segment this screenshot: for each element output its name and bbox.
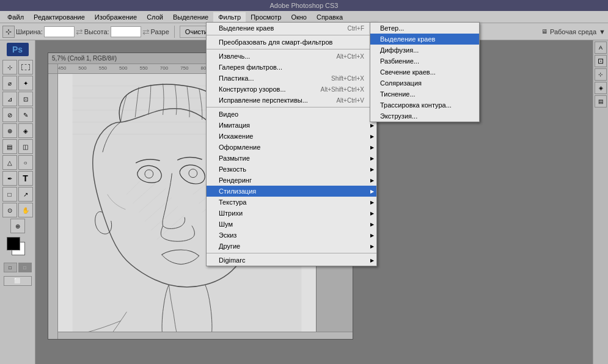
emboss-label: Тиснение... (380, 90, 416, 98)
stylize-extrude[interactable]: Экструзия... (370, 111, 479, 122)
screen-mode[interactable]: ⬜ (4, 276, 32, 286)
ruler-tick-container: 450 500 550 500 550 700 750 800 (58, 64, 221, 72)
tool-shape[interactable]: □ (2, 187, 17, 202)
tool-fill[interactable]: ◫ (18, 139, 33, 154)
foreground-color[interactable] (7, 237, 20, 250)
filter-item-distort[interactable]: Искажение ▶ (207, 131, 376, 142)
imitate-arrow: ▶ (370, 123, 374, 128)
filter-item-imitate[interactable]: Имитация ▶ (207, 120, 376, 131)
height-input[interactable] (111, 26, 141, 37)
filter-sep-2 (207, 49, 376, 49)
filter-item-sharpen[interactable]: Резкость ▶ (207, 164, 376, 175)
filter-item-gallery[interactable]: Галерея фильтров... (207, 62, 376, 73)
pattern-shortcut: Alt+Shift+Ctrl+X (309, 86, 364, 93)
sharpen-arrow: ▶ (370, 167, 374, 172)
sketch-label: Эскиз (219, 231, 236, 239)
tool-healing[interactable]: ⊘ (2, 107, 17, 122)
width-input[interactable] (44, 26, 75, 37)
tool-path-select[interactable]: ↗ (18, 187, 33, 202)
filter-item-smart[interactable]: Преобразовать для смарт-фильтров (207, 37, 376, 48)
right-tool-1[interactable]: A (595, 42, 607, 54)
filter-item-texture[interactable]: Текстура ▶ (207, 197, 376, 208)
menu-file[interactable]: Файл (2, 12, 29, 22)
canvas-scrollbar[interactable] (58, 332, 353, 339)
right-tool-4[interactable]: ◈ (595, 82, 607, 94)
filter-sep-1 (207, 35, 376, 35)
filter-item-stylize[interactable]: Стилизация ▶ (207, 186, 376, 197)
wind-label: Ветер... (380, 24, 404, 32)
menu-window[interactable]: Окно (286, 12, 312, 22)
menu-select[interactable]: Выделение (168, 12, 213, 22)
tool-brush[interactable]: ✎ (18, 107, 33, 122)
menu-edit[interactable]: Редактирование (29, 12, 90, 22)
tool-lasso[interactable]: ⌀ (2, 76, 17, 90)
tool-zoom[interactable]: ⊕ (10, 219, 25, 233)
sketch-arrow: ▶ (370, 233, 374, 238)
tool-pen[interactable]: ✒ (2, 171, 17, 186)
menu-view[interactable]: Просмотр (246, 12, 286, 22)
workspace-icon[interactable]: 🖥 (541, 28, 548, 35)
filter-item-sketch[interactable]: Эскиз ▶ (207, 230, 376, 241)
tool-eyedropper[interactable]: ⊙ (2, 203, 17, 217)
filter-item-digimarc[interactable]: Digimarc ▶ (207, 255, 376, 266)
render-arrow: ▶ (370, 178, 374, 183)
stylize-diffuse[interactable]: Диффузия... (370, 45, 479, 56)
filter-item-video[interactable]: Видео ▶ (207, 109, 376, 120)
stylize-emboss[interactable]: Тиснение... (370, 89, 479, 100)
filter-item-render[interactable]: Рендеринг ▶ (207, 175, 376, 186)
filter-item-persp[interactable]: Исправление перспективы... Alt+Ctrl+V (207, 95, 376, 106)
stylize-glow-edges[interactable]: Свечение краев... (370, 67, 479, 78)
find-edges-top-shortcut: Ctrl+F (335, 25, 365, 32)
stylize-tile[interactable]: Разбиение... (370, 56, 479, 67)
filter-item-strokes[interactable]: Штрихи ▶ (207, 208, 376, 219)
tool-clone[interactable]: ⊕ (2, 123, 17, 138)
tool-hand[interactable]: ✋ (18, 203, 33, 217)
filter-sep-3 (207, 107, 376, 107)
tool-crop[interactable]: ⊿ (2, 92, 17, 106)
menu-filter[interactable]: Фильтр (213, 12, 246, 22)
menu-help[interactable]: Справка (312, 12, 348, 22)
right-tool-2[interactable]: ⊡ (595, 55, 607, 67)
filter-item-noise[interactable]: Шум ▶ (207, 219, 376, 230)
filter-item-pattern[interactable]: Конструктор узоров... Alt+Shift+Ctrl+X (207, 84, 376, 95)
stylize-trace[interactable]: Трассировка контура... (370, 100, 479, 111)
stylize-wind[interactable]: Ветер... (370, 23, 479, 34)
liquify-label: Пластика... (219, 75, 254, 82)
title-text: Adobe Photoshop CS3 (270, 2, 339, 9)
tool-eraser[interactable]: ▤ (2, 139, 17, 154)
filter-item-find-edges-top[interactable]: Выделение краев Ctrl+F (207, 23, 376, 34)
tool-row-4: ⊘ ✎ (2, 107, 33, 122)
blur-arrow: ▶ (370, 156, 374, 161)
tool-history[interactable]: ◈ (18, 123, 33, 138)
workspace-arrow[interactable]: ▼ (599, 28, 606, 35)
extract-label: Извлечь... (219, 53, 250, 60)
normal-mode[interactable]: □ (4, 263, 17, 272)
filter-item-design[interactable]: Оформление ▶ (207, 142, 376, 153)
filter-item-blur[interactable]: Размытие ▶ (207, 153, 376, 164)
tool-blur[interactable]: △ (2, 155, 17, 170)
filter-item-liquify[interactable]: Пластика... Shift+Ctrl+X (207, 73, 376, 84)
texture-label: Текстура (219, 198, 246, 206)
texture-arrow: ▶ (370, 200, 374, 205)
persp-shortcut: Alt+Ctrl+V (324, 97, 364, 104)
stylize-find-edges[interactable]: Выделение краев (370, 34, 479, 45)
menu-layer[interactable]: Слой (142, 12, 168, 22)
tool-dodge[interactable]: ○ (18, 155, 33, 170)
width-arrow: ⇄ (76, 27, 83, 37)
noise-label: Шум (219, 220, 233, 228)
right-tool-5[interactable]: ▤ (595, 95, 607, 107)
right-tool-3[interactable]: ⊹ (595, 68, 607, 81)
filter-item-extract[interactable]: Извлечь... Alt+Ctrl+X (207, 51, 376, 62)
tool-marquee[interactable] (18, 60, 33, 75)
menu-image[interactable]: Изображение (90, 12, 142, 22)
tool-slice[interactable]: ⊡ (18, 92, 33, 106)
tool-magic-wand[interactable]: ✦ (18, 76, 33, 90)
stylize-solarize[interactable]: Соляризация (370, 78, 479, 89)
sharpen-label: Резкость (219, 166, 246, 173)
tool-text[interactable]: T (18, 171, 33, 186)
tool-row-6: ▤ ◫ (2, 139, 33, 154)
filter-item-other[interactable]: Другие ▶ (207, 241, 376, 252)
tool-move[interactable]: ⊹ (2, 60, 17, 75)
find-edges-label: Выделение краев (380, 35, 435, 43)
quick-mask[interactable]: □ (18, 263, 32, 272)
